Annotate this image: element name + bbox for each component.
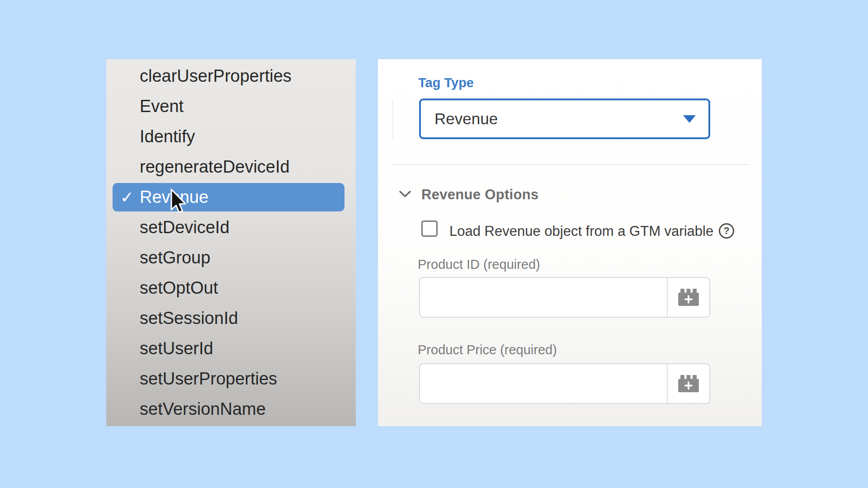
menu-item-revenue-selected[interactable]: ✓ Revenue bbox=[113, 183, 344, 211]
menu-item-setgroup[interactable]: setGroup bbox=[106, 243, 356, 273]
panel-hairline bbox=[392, 99, 393, 139]
gtm-variable-picker-button[interactable] bbox=[668, 364, 709, 403]
menu-item-label: Revenue bbox=[140, 188, 208, 206]
menu-item-setdeviceid[interactable]: setDeviceId bbox=[106, 212, 356, 243]
tag-type-selected-value: Revenue bbox=[434, 110, 683, 128]
product-price-field bbox=[419, 363, 710, 404]
menu-item-setuserproperties[interactable]: setUserProperties bbox=[106, 364, 356, 394]
chevron-down-icon bbox=[683, 115, 696, 123]
tag-type-select[interactable]: Revenue bbox=[419, 99, 710, 139]
tag-config-panel: Tag Type Revenue Revenue Options Load Re… bbox=[378, 59, 762, 426]
menu-item-setuserid[interactable]: setUserId bbox=[106, 333, 356, 364]
menu-item-identify[interactable]: Identify bbox=[106, 122, 356, 152]
tag-type-options-menu: clearUserProperties Event Identify regen… bbox=[106, 59, 356, 426]
load-revenue-from-gtm-checkbox[interactable] bbox=[421, 221, 438, 237]
tag-type-label: Tag Type bbox=[418, 75, 474, 90]
menu-item-event[interactable]: Event bbox=[106, 91, 356, 122]
checkbox-label[interactable]: Load Revenue object from a GTM variable bbox=[449, 223, 713, 239]
product-price-input[interactable] bbox=[420, 364, 667, 403]
product-id-label: Product ID (required) bbox=[418, 257, 540, 272]
section-divider bbox=[392, 164, 749, 165]
gtm-variable-picker-button[interactable] bbox=[668, 278, 709, 317]
menu-item-setversionname[interactable]: setVersionName bbox=[106, 394, 356, 424]
product-price-label: Product Price (required) bbox=[418, 343, 557, 357]
collapse-chevron-icon[interactable] bbox=[399, 190, 411, 198]
page-background: { "colors": { "page_background": "#bedcf… bbox=[0, 0, 868, 488]
product-id-field bbox=[419, 277, 710, 318]
menu-item-clearuserproperties[interactable]: clearUserProperties bbox=[106, 61, 356, 91]
menu-item-regeneratedeviceid[interactable]: regenerateDeviceId bbox=[106, 152, 356, 182]
brick-plus-icon bbox=[678, 375, 699, 392]
revenue-options-section-title[interactable]: Revenue Options bbox=[421, 187, 538, 203]
product-id-input[interactable] bbox=[420, 278, 667, 317]
help-icon[interactable]: ? bbox=[719, 223, 734, 239]
brick-plus-icon bbox=[678, 289, 699, 306]
menu-item-setoptout[interactable]: setOptOut bbox=[106, 273, 356, 303]
checkmark-icon: ✓ bbox=[120, 183, 134, 211]
menu-item-setsessionid[interactable]: setSessionId bbox=[106, 303, 356, 333]
